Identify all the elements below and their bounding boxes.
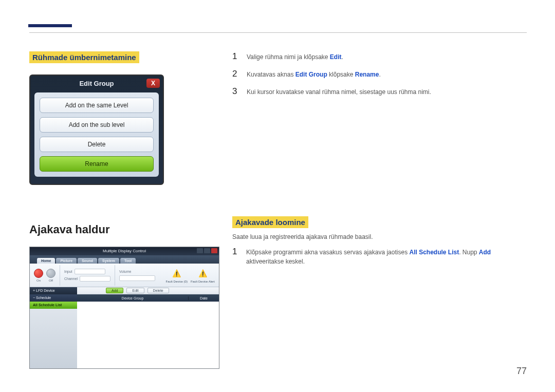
- fault-alert-label: Fault Device Alert: [191, 280, 215, 283]
- edit-group-dialog-title: Edit Group: [79, 80, 114, 87]
- ribbon-separator: [60, 265, 60, 286]
- step-3: 3 Kui kursor kuvatakse vanal rühma nimel…: [232, 86, 525, 97]
- tab-picture[interactable]: Picture: [56, 258, 77, 264]
- maximize-icon[interactable]: [204, 248, 210, 253]
- step-2: 2 Kuvatavas aknas Edit Group klõpsake Re…: [232, 69, 525, 79]
- close-icon[interactable]: [211, 248, 217, 253]
- mdc-ribbon: On Off Input Channel Volume: [30, 264, 219, 287]
- sidebar-item-all-schedule-list[interactable]: All Schedule List: [30, 302, 77, 309]
- step-text: aktiveeritakse keskel.: [246, 258, 305, 265]
- step-number: 1: [232, 51, 238, 62]
- fault-alert-icon[interactable]: ⚠️: [197, 268, 208, 279]
- step-1: 1 Valige rühma nimi ja klõpsake Edit.: [232, 51, 525, 62]
- page-number: 77: [516, 366, 527, 377]
- tab-tool[interactable]: Tool: [120, 258, 136, 264]
- add-sub-level-button[interactable]: Add on the sub level: [40, 117, 154, 133]
- power-on-label: On: [36, 279, 41, 282]
- step-text: Valige rühma nimi ja klõpsake: [247, 53, 330, 61]
- rename-button[interactable]: Rename: [40, 156, 154, 172]
- tab-system[interactable]: System: [98, 258, 119, 264]
- col-date: Date: [188, 296, 219, 300]
- step-text: Klõpsake programmi akna vasakus servas a…: [246, 249, 409, 256]
- header-accent-bar: [28, 24, 72, 27]
- channel-label: Channel: [64, 277, 78, 281]
- channel-select[interactable]: [80, 276, 110, 282]
- delete-button[interactable]: Delete: [147, 288, 169, 293]
- delete-button[interactable]: Delete: [40, 137, 154, 152]
- tab-sound[interactable]: Sound: [78, 258, 97, 264]
- mdc-window-title: Multiple Display Control: [103, 249, 146, 253]
- section-create-schedule-title: Ajakavade loomine: [232, 216, 308, 228]
- power-off-label: Off: [49, 279, 53, 282]
- minimize-icon[interactable]: [197, 248, 203, 253]
- keyword-add: Add: [479, 249, 491, 256]
- col-device-group: Device Group: [77, 296, 188, 300]
- step-text: .: [379, 71, 380, 78]
- fault-device-icon[interactable]: ⚠️: [171, 268, 182, 279]
- mdc-main-toolbar: Add Edit Delete: [77, 287, 219, 294]
- mdc-window: Multiple Display Control Home Picture So…: [29, 247, 219, 369]
- add-same-level-button[interactable]: Add on the same Level: [40, 98, 154, 113]
- step-text: .: [342, 53, 343, 61]
- tab-home[interactable]: Home: [37, 258, 55, 264]
- close-icon[interactable]: X: [146, 79, 160, 88]
- step-text: . Nupp: [459, 249, 479, 256]
- rename-steps: 1 Valige rühma nimi ja klõpsake Edit. 2 …: [232, 51, 525, 97]
- step-number: 2: [232, 69, 238, 79]
- section-renaming-title: Rühmade ümbernimetamine: [29, 51, 139, 63]
- window-controls: [197, 248, 217, 253]
- keyword-all-schedule-list: All Schedule List: [409, 249, 459, 256]
- create-schedule-steps: 1 Klõpsake programmi akna vasakus servas…: [232, 247, 525, 266]
- step-text: Kui kursor kuvatakse vanal rühma nimel, …: [247, 87, 431, 97]
- ribbon-separator: [115, 265, 115, 286]
- sidebar-item-schedule[interactable]: − Schedule: [30, 294, 77, 302]
- input-select[interactable]: [75, 269, 105, 274]
- step-text: Kuvatavas aknas: [247, 71, 295, 78]
- sidebar-empty: [30, 309, 77, 368]
- schedule-manager-heading: Ajakava haldur: [29, 223, 219, 236]
- keyword-edit: Edit: [330, 53, 342, 61]
- input-label: Input: [64, 270, 72, 273]
- edit-group-dialog: Edit Group X Add on the same Level Add o…: [29, 74, 164, 185]
- mdc-grid-header: Device Group Date: [77, 294, 219, 302]
- step-number: 1: [232, 247, 238, 257]
- fault-device-label: Fault Device (0): [166, 280, 188, 283]
- step-text: klõpsake: [327, 71, 355, 78]
- edit-button[interactable]: Edit: [126, 288, 144, 293]
- add-button[interactable]: Add: [106, 288, 123, 293]
- sidebar-item-lfd-device[interactable]: + LFD Device: [30, 287, 77, 294]
- step-1: 1 Klõpsake programmi akna vasakus servas…: [232, 247, 525, 266]
- volume-label: Volume: [119, 270, 131, 273]
- power-off-icon[interactable]: [46, 269, 55, 278]
- header-rule: [29, 32, 527, 33]
- volume-slider[interactable]: [119, 275, 155, 281]
- create-schedule-intro: Saate luua ja registreerida ajakava rühm…: [232, 233, 525, 240]
- keyword-rename: Rename: [355, 71, 379, 78]
- keyword-edit-group: Edit Group: [295, 71, 327, 78]
- step-number: 3: [232, 86, 238, 97]
- mdc-sidebar: + LFD Device − Schedule All Schedule Lis…: [30, 287, 77, 368]
- mdc-tabs: Home Picture Sound System Tool: [30, 255, 219, 264]
- power-on-icon[interactable]: [34, 269, 43, 278]
- mdc-grid-body: [77, 302, 219, 368]
